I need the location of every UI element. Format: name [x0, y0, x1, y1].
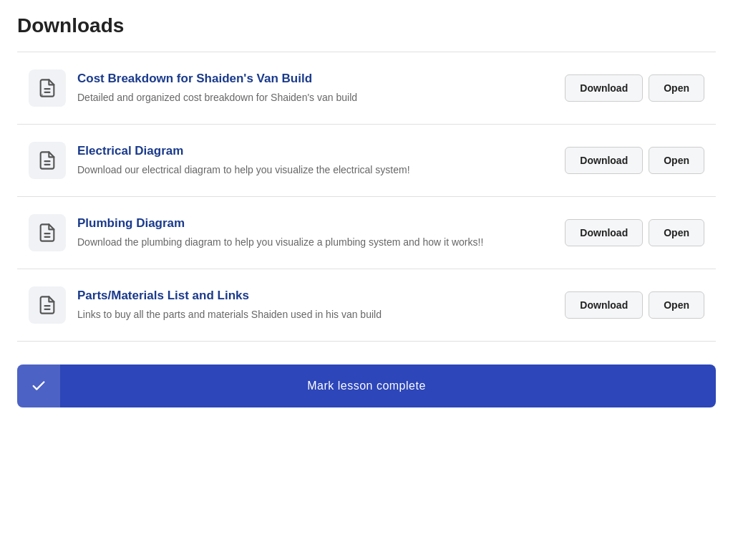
download-button-electrical[interactable]: Download	[565, 147, 643, 174]
download-button-plumbing[interactable]: Download	[565, 219, 643, 246]
downloads-list: x Cost Breakdown for Shaiden's Van Build…	[17, 52, 716, 342]
file-icon-xlsx: x	[29, 69, 66, 107]
item-content-parts: Parts/Materials List and Links Links to …	[77, 289, 553, 322]
item-content-cost-breakdown: Cost Breakdown for Shaiden's Van Build D…	[77, 72, 553, 105]
download-item-plumbing: Plumbing Diagram Download the plumbing d…	[17, 197, 716, 269]
mark-complete-label[interactable]: Mark lesson complete	[60, 380, 716, 392]
item-actions-cost-breakdown: Download Open	[565, 74, 704, 102]
item-description-plumbing: Download the plumbing diagram to help yo…	[77, 235, 553, 250]
download-button-parts[interactable]: Download	[565, 291, 643, 319]
download-item-electrical-diagram: Electrical Diagram Download our electric…	[17, 125, 716, 197]
file-icon-pdf-parts	[29, 286, 66, 324]
item-description-electrical: Download our electrical diagram to help …	[77, 163, 553, 178]
open-button-parts[interactable]: Open	[649, 291, 704, 319]
item-title-cost-breakdown: Cost Breakdown for Shaiden's Van Build	[77, 72, 553, 86]
item-actions-plumbing: Download Open	[565, 219, 704, 246]
open-button-electrical[interactable]: Open	[649, 147, 704, 174]
download-button-cost-breakdown[interactable]: Download	[565, 74, 643, 102]
file-icon-pdf-electrical	[29, 142, 66, 179]
mark-complete-bar[interactable]: Mark lesson complete	[17, 365, 716, 407]
download-item-parts-materials: Parts/Materials List and Links Links to …	[17, 269, 716, 342]
check-icon-box[interactable]	[17, 365, 60, 407]
open-button-plumbing[interactable]: Open	[649, 219, 704, 246]
page-title: Downloads	[17, 14, 716, 37]
file-icon-pdf-plumbing	[29, 214, 66, 251]
item-content-electrical: Electrical Diagram Download our electric…	[77, 144, 553, 178]
item-title-plumbing: Plumbing Diagram	[77, 216, 553, 231]
download-item-cost-breakdown: x Cost Breakdown for Shaiden's Van Build…	[17, 52, 716, 125]
item-actions-electrical: Download Open	[565, 147, 704, 174]
open-button-cost-breakdown[interactable]: Open	[649, 74, 704, 102]
item-actions-parts: Download Open	[565, 291, 704, 319]
item-description-cost-breakdown: Detailed and organized cost breakdown fo…	[77, 90, 553, 105]
item-title-electrical: Electrical Diagram	[77, 144, 553, 158]
checkmark-icon	[31, 378, 47, 394]
item-content-plumbing: Plumbing Diagram Download the plumbing d…	[77, 216, 553, 250]
item-description-parts: Links to buy all the parts and materials…	[77, 307, 553, 322]
item-title-parts: Parts/Materials List and Links	[77, 289, 553, 303]
